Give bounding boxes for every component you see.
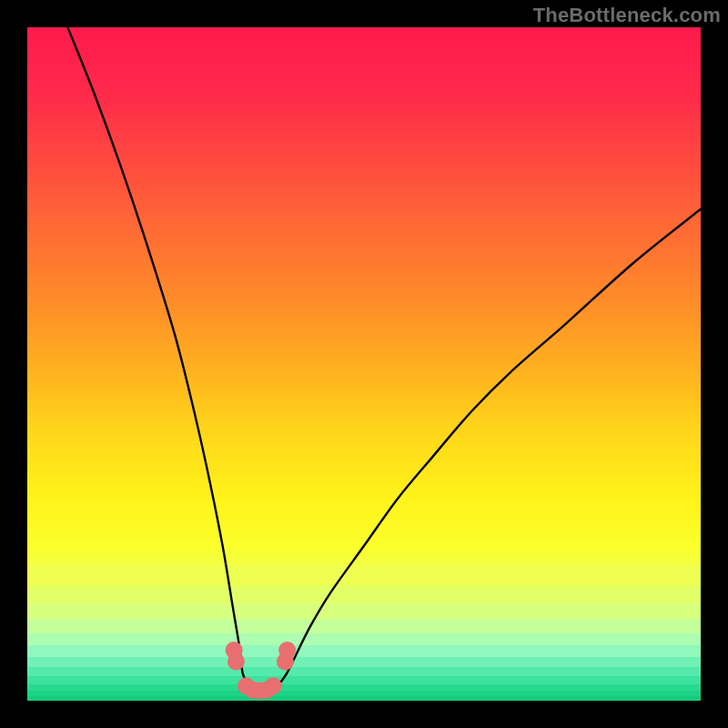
plot-area xyxy=(27,27,701,701)
trough-marker xyxy=(278,642,296,659)
attribution-text: TheBottleneck.com xyxy=(533,4,721,27)
chart-frame: TheBottleneck.com xyxy=(0,0,728,728)
curve-layer xyxy=(27,27,701,701)
trough-marker xyxy=(228,653,245,671)
trough-marker xyxy=(265,677,282,694)
bottleneck-curve xyxy=(67,27,701,694)
